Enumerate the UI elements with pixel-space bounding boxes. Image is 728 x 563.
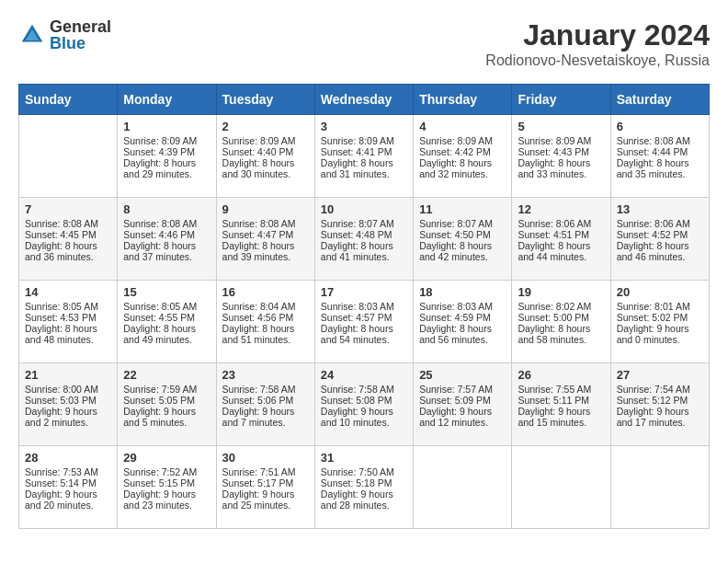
sunset-text: Sunset: 4:59 PM bbox=[419, 312, 491, 323]
daylight-text: Daylight: 8 hours and 33 minutes. bbox=[518, 157, 590, 179]
sunset-text: Sunset: 4:50 PM bbox=[419, 229, 491, 240]
sunrise-text: Sunrise: 7:53 AM bbox=[25, 466, 98, 477]
day-number: 15 bbox=[123, 285, 210, 299]
day-number: 21 bbox=[25, 368, 111, 382]
day-number: 30 bbox=[222, 451, 309, 465]
sunset-text: Sunset: 5:17 PM bbox=[222, 477, 294, 488]
daylight-text: Daylight: 9 hours and 12 minutes. bbox=[419, 406, 492, 428]
daylight-text: Daylight: 8 hours and 54 minutes. bbox=[321, 323, 393, 345]
daylight-text: Daylight: 9 hours and 15 minutes. bbox=[518, 406, 590, 428]
sunset-text: Sunset: 5:08 PM bbox=[321, 395, 392, 406]
sunrise-text: Sunrise: 7:54 AM bbox=[617, 384, 690, 395]
day-number: 4 bbox=[419, 120, 506, 133]
sunrise-text: Sunrise: 8:00 AM bbox=[25, 384, 98, 395]
daylight-text: Daylight: 9 hours and 7 minutes. bbox=[222, 406, 295, 428]
table-row: 29 Sunrise: 7:52 AM Sunset: 5:15 PM Dayl… bbox=[118, 446, 216, 529]
table-row: 6 Sunrise: 8:08 AM Sunset: 4:44 PM Dayli… bbox=[610, 115, 709, 198]
sunset-text: Sunset: 4:57 PM bbox=[321, 312, 392, 323]
sunrise-text: Sunrise: 7:52 AM bbox=[123, 466, 197, 477]
daylight-text: Daylight: 8 hours and 36 minutes. bbox=[25, 240, 97, 262]
table-row: 2 Sunrise: 8:09 AM Sunset: 4:40 PM Dayli… bbox=[216, 115, 314, 198]
table-row: 5 Sunrise: 8:09 AM Sunset: 4:43 PM Dayli… bbox=[512, 115, 610, 198]
sunrise-text: Sunrise: 8:09 AM bbox=[419, 135, 493, 146]
sunset-text: Sunset: 5:05 PM bbox=[123, 395, 195, 406]
sunrise-text: Sunrise: 7:57 AM bbox=[419, 384, 493, 395]
col-monday: Monday bbox=[118, 85, 216, 115]
sunset-text: Sunset: 5:03 PM bbox=[25, 395, 97, 406]
table-row: 12 Sunrise: 8:06 AM Sunset: 4:51 PM Dayl… bbox=[512, 198, 610, 281]
table-row bbox=[19, 115, 118, 198]
daylight-text: Daylight: 8 hours and 49 minutes. bbox=[123, 323, 196, 345]
sunrise-text: Sunrise: 7:55 AM bbox=[518, 384, 591, 395]
daylight-text: Daylight: 8 hours and 30 minutes. bbox=[222, 157, 295, 179]
calendar-week-row: 21 Sunrise: 8:00 AM Sunset: 5:03 PM Dayl… bbox=[19, 363, 710, 446]
sunrise-text: Sunrise: 7:58 AM bbox=[222, 384, 296, 395]
col-sunday: Sunday bbox=[19, 85, 118, 115]
sunset-text: Sunset: 4:46 PM bbox=[123, 229, 195, 240]
sunrise-text: Sunrise: 8:09 AM bbox=[123, 135, 197, 146]
sunrise-text: Sunrise: 8:02 AM bbox=[518, 301, 591, 312]
sunset-text: Sunset: 4:39 PM bbox=[123, 146, 195, 157]
table-row: 15 Sunrise: 8:05 AM Sunset: 4:55 PM Dayl… bbox=[118, 281, 216, 363]
table-row: 27 Sunrise: 7:54 AM Sunset: 5:12 PM Dayl… bbox=[610, 363, 709, 446]
table-row: 1 Sunrise: 8:09 AM Sunset: 4:39 PM Dayli… bbox=[118, 115, 216, 198]
day-number: 23 bbox=[222, 368, 309, 382]
daylight-text: Daylight: 8 hours and 48 minutes. bbox=[25, 323, 97, 345]
day-number: 14 bbox=[25, 285, 111, 299]
sunset-text: Sunset: 5:00 PM bbox=[518, 312, 589, 323]
sunrise-text: Sunrise: 8:01 AM bbox=[617, 301, 690, 312]
header: General Blue January 2024 Rodionovo-Nesv… bbox=[18, 18, 710, 69]
table-row: 4 Sunrise: 8:09 AM Sunset: 4:42 PM Dayli… bbox=[414, 115, 512, 198]
sunrise-text: Sunrise: 8:08 AM bbox=[25, 218, 98, 229]
calendar-week-row: 28 Sunrise: 7:53 AM Sunset: 5:14 PM Dayl… bbox=[19, 446, 710, 529]
sunset-text: Sunset: 4:45 PM bbox=[25, 229, 97, 240]
daylight-text: Daylight: 8 hours and 31 minutes. bbox=[321, 157, 393, 179]
sunset-text: Sunset: 5:14 PM bbox=[25, 477, 97, 488]
sunset-text: Sunset: 5:12 PM bbox=[617, 395, 688, 406]
table-row: 9 Sunrise: 8:08 AM Sunset: 4:47 PM Dayli… bbox=[216, 198, 314, 281]
day-number: 18 bbox=[419, 285, 506, 299]
day-number: 28 bbox=[25, 451, 111, 465]
table-row: 8 Sunrise: 8:08 AM Sunset: 4:46 PM Dayli… bbox=[118, 198, 216, 281]
table-row: 22 Sunrise: 7:59 AM Sunset: 5:05 PM Dayl… bbox=[118, 363, 216, 446]
daylight-text: Daylight: 9 hours and 28 minutes. bbox=[321, 488, 393, 511]
daylight-text: Daylight: 8 hours and 51 minutes. bbox=[222, 323, 295, 345]
table-row: 24 Sunrise: 7:58 AM Sunset: 5:08 PM Dayl… bbox=[314, 363, 413, 446]
sunrise-text: Sunrise: 8:05 AM bbox=[123, 301, 197, 312]
daylight-text: Daylight: 8 hours and 44 minutes. bbox=[518, 240, 590, 262]
day-number: 12 bbox=[518, 202, 604, 216]
col-friday: Friday bbox=[512, 85, 610, 115]
daylight-text: Daylight: 8 hours and 46 minutes. bbox=[617, 240, 689, 262]
sunset-text: Sunset: 4:43 PM bbox=[518, 146, 589, 157]
day-number: 27 bbox=[617, 368, 703, 382]
table-row: 30 Sunrise: 7:51 AM Sunset: 5:17 PM Dayl… bbox=[216, 446, 314, 529]
daylight-text: Daylight: 9 hours and 25 minutes. bbox=[222, 488, 295, 511]
sunrise-text: Sunrise: 8:06 AM bbox=[617, 218, 690, 229]
table-row bbox=[610, 446, 709, 529]
table-row: 7 Sunrise: 8:08 AM Sunset: 4:45 PM Dayli… bbox=[19, 198, 118, 281]
sunset-text: Sunset: 4:47 PM bbox=[222, 229, 294, 240]
day-number: 29 bbox=[123, 451, 210, 465]
day-number: 19 bbox=[518, 285, 604, 299]
sunset-text: Sunset: 5:11 PM bbox=[518, 395, 589, 406]
table-row: 31 Sunrise: 7:50 AM Sunset: 5:18 PM Dayl… bbox=[314, 446, 413, 529]
daylight-text: Daylight: 8 hours and 37 minutes. bbox=[123, 240, 196, 262]
sunrise-text: Sunrise: 8:03 AM bbox=[419, 301, 493, 312]
sunrise-text: Sunrise: 8:08 AM bbox=[123, 218, 197, 229]
calendar-week-row: 7 Sunrise: 8:08 AM Sunset: 4:45 PM Dayli… bbox=[19, 198, 710, 281]
sunrise-text: Sunrise: 8:09 AM bbox=[321, 135, 394, 146]
sunset-text: Sunset: 4:56 PM bbox=[222, 312, 294, 323]
day-number: 6 bbox=[617, 120, 703, 133]
sunrise-text: Sunrise: 8:08 AM bbox=[617, 135, 690, 146]
day-number: 8 bbox=[123, 202, 210, 216]
daylight-text: Daylight: 8 hours and 58 minutes. bbox=[518, 323, 590, 345]
sunrise-text: Sunrise: 8:07 AM bbox=[419, 218, 493, 229]
calendar-table: Sunday Monday Tuesday Wednesday Thursday… bbox=[18, 84, 710, 529]
logo-icon bbox=[18, 21, 46, 49]
table-row: 16 Sunrise: 8:04 AM Sunset: 4:56 PM Dayl… bbox=[216, 281, 314, 363]
sunset-text: Sunset: 4:40 PM bbox=[222, 146, 294, 157]
logo-text: General Blue bbox=[50, 18, 111, 52]
calendar-week-row: 1 Sunrise: 8:09 AM Sunset: 4:39 PM Dayli… bbox=[19, 115, 710, 198]
table-row: 26 Sunrise: 7:55 AM Sunset: 5:11 PM Dayl… bbox=[512, 363, 610, 446]
table-row: 11 Sunrise: 8:07 AM Sunset: 4:50 PM Dayl… bbox=[414, 198, 512, 281]
